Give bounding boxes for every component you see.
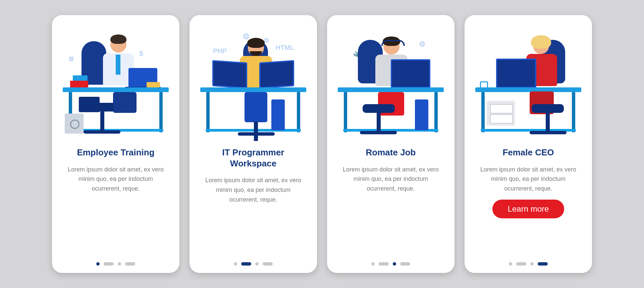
dot-4[interactable] <box>538 262 548 266</box>
person-hair <box>110 34 126 44</box>
pc-tower <box>271 99 285 130</box>
person-hair <box>531 35 551 49</box>
headset-icon <box>381 40 405 46</box>
chair-post <box>254 122 258 141</box>
desk-leg-left <box>481 92 485 132</box>
desk-leg-left <box>344 92 347 132</box>
dot-3[interactable] <box>530 262 534 266</box>
card-remote-job: 🔧 ⚙︎ Romate Job Lorem ipsum dolor sit am… <box>327 15 454 273</box>
dot-3[interactable] <box>393 262 396 266</box>
desk <box>475 87 581 92</box>
card-title: IT Programmer Workspace <box>200 147 306 169</box>
dot-2[interactable] <box>379 262 389 266</box>
php-icon: PHP <box>213 47 227 55</box>
dot-4[interactable] <box>400 262 410 266</box>
desk-leg-right <box>297 92 300 132</box>
chair-post <box>100 112 104 131</box>
dot-1[interactable] <box>509 262 512 266</box>
page-dots <box>190 262 317 266</box>
card-body: Lorem ipsum dolor sit amet, ex vero mini… <box>478 165 579 194</box>
illustration-remote-job: 🔧 ⚙︎ <box>338 25 444 139</box>
desk-leg-right <box>159 92 163 132</box>
person-legs <box>113 92 137 113</box>
monitor <box>391 59 430 88</box>
dot-1[interactable] <box>96 262 100 266</box>
html-icon: HTML <box>275 44 294 52</box>
binder-2 <box>73 75 88 81</box>
tie <box>116 55 120 75</box>
card-body: Lorem ipsum dolor sit amet, ex vero mini… <box>65 165 166 194</box>
dollar-icon: $ <box>139 49 143 58</box>
chart-icon: ▥ <box>69 55 74 62</box>
dot-3[interactable] <box>118 262 121 266</box>
page-dots <box>52 262 179 266</box>
dot-3[interactable] <box>255 262 259 266</box>
dot-1[interactable] <box>234 262 237 266</box>
drawer-2 <box>490 114 513 124</box>
learn-more-button[interactable]: Learn more <box>492 200 565 218</box>
chair-seat <box>363 104 395 113</box>
briefcase <box>79 97 100 112</box>
dot-2[interactable] <box>241 262 251 266</box>
page-dots <box>327 262 454 266</box>
illustration-it-programmer: PHP HTML ⚙︎ ⚙︎ <box>200 25 306 139</box>
monitor-left <box>212 60 247 88</box>
chair-base <box>238 132 275 136</box>
card-title: Employee Training <box>77 147 154 158</box>
dot-4[interactable] <box>263 262 273 266</box>
chair-post <box>546 113 550 132</box>
desk <box>200 87 306 92</box>
gear-icon: ⚙︎ <box>419 40 426 49</box>
dot-2[interactable] <box>516 262 526 266</box>
dot-2[interactable] <box>104 262 114 266</box>
safe-dial <box>70 120 79 129</box>
drawer-1 <box>490 104 513 114</box>
binder-1 <box>70 81 88 87</box>
onboarding-cards-row: ▥ $ Employee Trai <box>0 0 644 288</box>
desk-bar <box>206 129 301 132</box>
chair-seat <box>532 104 564 113</box>
desk <box>63 87 169 92</box>
desk-leg-left <box>206 92 210 132</box>
desk-leg-right <box>434 92 438 132</box>
pc-tower <box>415 99 428 130</box>
coins <box>147 82 160 87</box>
person-hair <box>247 38 265 48</box>
monitor-right <box>259 60 294 88</box>
illustration-employee-training: ▥ $ <box>63 25 169 139</box>
dot-4[interactable] <box>125 262 135 266</box>
card-female-ceo: Female CEO Lorem ipsum dolor sit amet, e… <box>465 15 592 273</box>
card-body: Lorem ipsum dolor sit amet, ex vero mini… <box>340 165 441 194</box>
illustration-female-ceo <box>475 25 581 139</box>
monitor <box>496 59 536 88</box>
card-title: Female CEO <box>502 147 554 158</box>
person-legs <box>245 92 267 122</box>
card-title: Romate Job <box>366 147 416 158</box>
chair-base <box>84 130 120 134</box>
card-body: Lorem ipsum dolor sit amet, ex vero mini… <box>203 175 304 204</box>
dot-1[interactable] <box>371 262 375 266</box>
desk <box>338 87 444 92</box>
card-it-programmer: PHP HTML ⚙︎ ⚙︎ IT Programmer Workspace L… <box>190 15 317 273</box>
chair-base <box>360 131 397 134</box>
chair-base <box>530 131 567 134</box>
desk-leg-right <box>572 92 575 132</box>
card-employee-training: ▥ $ Employee Trai <box>52 15 179 273</box>
page-dots <box>465 262 592 266</box>
chair-post <box>377 113 381 132</box>
